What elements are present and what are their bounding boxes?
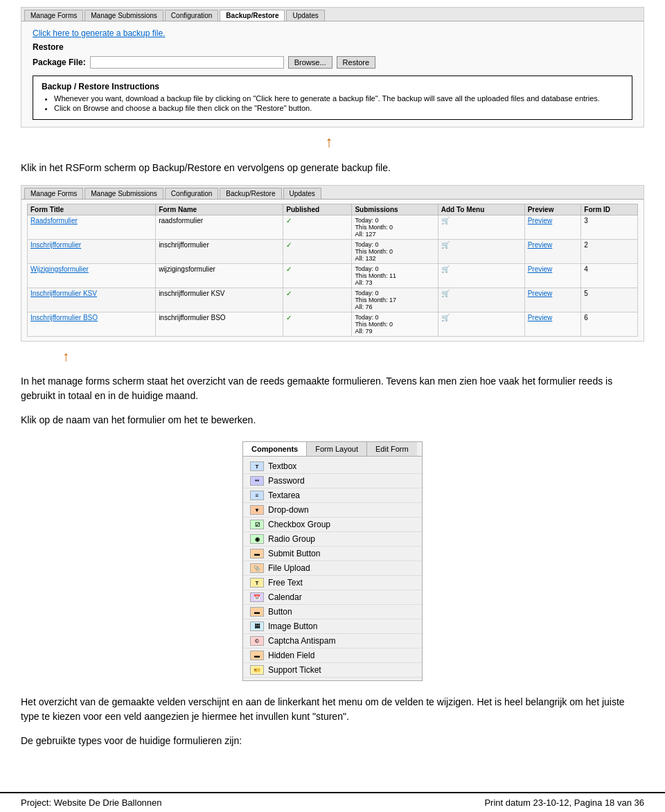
textarea-label: Textarea <box>268 491 300 500</box>
dropdown-label: Drop-down <box>268 505 309 515</box>
support-ticket-label: Support Ticket <box>268 665 321 675</box>
calendar-label: Calendar <box>268 592 302 602</box>
instruction-item-2: Click on Browse and choose a backup file… <box>54 104 623 112</box>
captcha-icon: © <box>250 636 264 646</box>
page-footer: Project: Website De Drie Ballonnen Print… <box>0 792 665 812</box>
radio-group-icon: ◉ <box>250 534 264 544</box>
restore-heading: Restore <box>33 42 632 52</box>
restore-button[interactable]: Restore <box>337 56 376 69</box>
file-upload-label: File Upload <box>268 563 310 573</box>
component-image-button[interactable]: 🖼 Image Button <box>243 619 422 634</box>
component-checkbox-group[interactable]: ☑ Checkbox Group <box>243 518 422 532</box>
submit-button-icon: ▬ <box>250 549 264 558</box>
col-form-id: Form ID <box>581 204 638 215</box>
component-textarea[interactable]: ≡ Textarea <box>243 488 422 503</box>
col-form-name: Form Name <box>156 204 283 215</box>
mid-nav-tab-configuration[interactable]: Configuration <box>165 188 218 199</box>
button-label: Button <box>268 607 292 617</box>
footer-left: Project: Website De Drie Ballonnen <box>21 797 162 808</box>
component-password[interactable]: ** Password <box>243 474 422 488</box>
form-link-inschrijf[interactable]: Inschrijfformulier <box>30 241 81 249</box>
hidden-field-label: Hidden Field <box>268 651 314 660</box>
preview-link-bso[interactable]: Preview <box>528 314 553 321</box>
col-preview: Preview <box>524 204 581 215</box>
component-radio-group[interactable]: ◉ Radio Group <box>243 532 422 547</box>
instructions-title: Backup / Restore Instructions <box>42 82 623 91</box>
paragraph-3: Klik op de naam van het formulier om het… <box>21 413 644 427</box>
mid-nav-tab-updates[interactable]: Updates <box>283 188 321 199</box>
pkg-label: Package File: <box>33 58 86 67</box>
paragraph-5: De gebruikte types voor de huidige formu… <box>21 734 644 748</box>
free-text-icon: T <box>250 578 264 588</box>
table-row: Inschrijfformulier BSO inschrijfformulie… <box>28 312 638 337</box>
form-link-wijzig[interactable]: Wijzigingsformulier <box>30 265 89 273</box>
nav-tab-manage-submissions[interactable]: Manage Submissions <box>85 10 163 21</box>
component-list: T Textbox ** Password ≡ Textarea ▼ Drop-… <box>243 457 422 680</box>
footer-right: Print datum 23-10-12, Pagina 18 van 36 <box>484 797 644 808</box>
preview-link-inschrijf[interactable]: Preview <box>528 241 553 249</box>
mid-nav-tab-backup[interactable]: Backup/Restore <box>220 188 281 199</box>
form-link-raads[interactable]: Raadsformulier <box>30 217 78 224</box>
support-ticket-icon: 🎫 <box>250 665 264 675</box>
backup-restore-screenshot: Manage Forms Manage Submissions Configur… <box>21 7 644 127</box>
instruction-item-1: Whenever you want, download a backup fil… <box>54 94 623 103</box>
nav-tab-updates[interactable]: Updates <box>286 10 324 21</box>
tab-edit-form[interactable]: Edit Form <box>367 442 417 456</box>
component-captcha[interactable]: © Captcha Antispam <box>243 634 422 648</box>
hidden-field-icon: ▬ <box>250 651 264 660</box>
col-form-title: Form Title <box>28 204 156 215</box>
forms-table: Form Title Form Name Published Submissio… <box>27 204 638 337</box>
component-submit-button[interactable]: ▬ Submit Button <box>243 547 422 561</box>
checkbox-group-icon: ☑ <box>250 520 264 529</box>
component-free-text[interactable]: T Free Text <box>243 576 422 590</box>
component-support-ticket[interactable]: 🎫 Support Ticket <box>243 663 422 678</box>
component-button[interactable]: ▬ Button <box>243 605 422 619</box>
nav-tab-manage-forms[interactable]: Manage Forms <box>24 10 83 21</box>
captcha-label: Captcha Antispam <box>268 636 335 646</box>
table-row: Wijzigingsformulier wijzigingsformulier … <box>28 264 638 288</box>
image-button-icon: 🖼 <box>250 621 264 631</box>
file-upload-icon: 📎 <box>250 563 264 573</box>
nav-tab-configuration[interactable]: Configuration <box>165 10 218 21</box>
manage-forms-screenshot: Manage Forms Manage Submissions Configur… <box>21 185 644 342</box>
component-calendar[interactable]: 📅 Calendar <box>243 590 422 605</box>
free-text-label: Free Text <box>268 578 303 588</box>
form-link-bso[interactable]: Inschrijfformulier BSO <box>30 314 98 321</box>
checkbox-group-label: Checkbox Group <box>268 520 330 529</box>
col-published: Published <box>283 204 352 215</box>
password-icon: ** <box>250 476 264 486</box>
mid-nav-tab-submissions[interactable]: Manage Submissions <box>85 188 163 199</box>
table-row: Raadsformulier raadsformulier ✓ Today: 0… <box>28 215 638 240</box>
preview-link-ksv[interactable]: Preview <box>528 290 553 297</box>
tab-form-layout[interactable]: Form Layout <box>307 442 367 456</box>
paragraph-2: In het manage forms scherm staat het ove… <box>21 374 644 403</box>
button-icon: ▬ <box>250 607 264 617</box>
col-add-to-menu: Add To Menu <box>438 204 524 215</box>
textbox-label: Textbox <box>268 461 296 471</box>
browse-button[interactable]: Browse... <box>288 56 332 69</box>
generate-backup-link[interactable]: Click here to generate a backup file. <box>33 28 632 38</box>
paragraph-1: Klik in het RSForm scherm op Backup/Rest… <box>21 161 644 175</box>
submit-button-label: Submit Button <box>268 549 320 558</box>
preview-link-wijzig[interactable]: Preview <box>528 265 553 273</box>
textarea-icon: ≡ <box>250 491 264 500</box>
component-textbox[interactable]: T Textbox <box>243 459 422 474</box>
component-dropdown[interactable]: ▼ Drop-down <box>243 503 422 518</box>
form-link-ksv[interactable]: Inschrijfformulier KSV <box>30 290 97 297</box>
col-submissions: Submissions <box>352 204 438 215</box>
table-row: Inschrijfformulier KSV inschrijfformulie… <box>28 288 638 312</box>
textbox-icon: T <box>250 461 264 471</box>
mid-nav-tab-manage-forms[interactable]: Manage Forms <box>24 188 83 199</box>
tab-components[interactable]: Components <box>243 442 307 456</box>
dropdown-icon: ▼ <box>250 505 264 515</box>
components-panel: Components Form Layout Edit Form T Textb… <box>242 441 423 681</box>
calendar-icon: 📅 <box>250 592 264 602</box>
component-file-upload[interactable]: 📎 File Upload <box>243 561 422 576</box>
package-file-input[interactable] <box>90 56 284 69</box>
preview-link-raads[interactable]: Preview <box>528 217 553 224</box>
component-hidden-field[interactable]: ▬ Hidden Field <box>243 648 422 663</box>
table-row: Inschrijfformulier inschrijfformulier ✓ … <box>28 240 638 264</box>
nav-tab-backup-restore[interactable]: Backup/Restore <box>220 10 285 21</box>
paragraph-4: Het overzicht van de gemaakte velden ver… <box>21 695 644 724</box>
image-button-label: Image Button <box>268 621 317 631</box>
